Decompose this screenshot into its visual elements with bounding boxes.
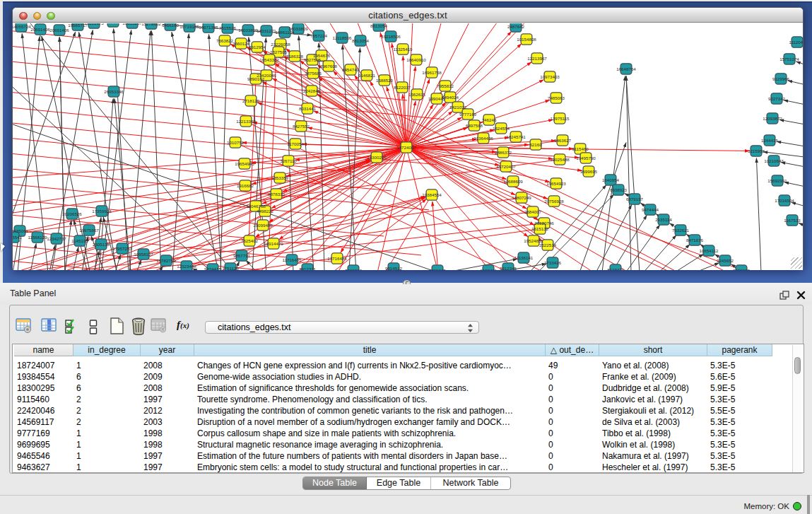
svg-text:16648764: 16648764 (616, 66, 636, 71)
svg-text:2718120: 2718120 (242, 98, 260, 103)
svg-text:21059214: 21059214 (103, 23, 123, 24)
svg-text:1954676: 1954676 (313, 53, 331, 58)
svg-text:15692991: 15692991 (767, 178, 787, 183)
svg-text:8031441: 8031441 (299, 106, 317, 111)
svg-text:1640954: 1640954 (602, 177, 620, 182)
svg-text:7955812: 7955812 (437, 83, 454, 88)
svg-text:10958107: 10958107 (134, 252, 153, 257)
svg-text:2684007: 2684007 (524, 209, 542, 214)
svg-text:9314512: 9314512 (385, 266, 403, 270)
svg-text:45720407: 45720407 (496, 164, 516, 169)
svg-text:3875685: 3875685 (305, 71, 322, 76)
svg-text:7663822: 7663822 (216, 38, 234, 43)
svg-text:8211345: 8211345 (429, 268, 446, 270)
svg-text:19654945: 19654945 (235, 161, 254, 166)
svg-text:20691406: 20691406 (49, 28, 69, 33)
svg-text:8912954: 8912954 (249, 45, 266, 49)
svg-text:6466160: 6466160 (162, 23, 180, 28)
svg-text:23226058: 23226058 (271, 42, 290, 47)
svg-text:3267110: 3267110 (280, 158, 297, 163)
svg-text:9327505: 9327505 (304, 57, 322, 62)
svg-text:16543362: 16543362 (259, 57, 279, 62)
svg-text:7041213: 7041213 (345, 268, 363, 270)
svg-text:7751123: 7751123 (222, 266, 239, 270)
svg-text:20756928: 20756928 (544, 199, 564, 204)
svg-text:10688609: 10688609 (503, 179, 523, 184)
svg-text:16033809: 16033809 (288, 26, 308, 31)
svg-text:10025488: 10025488 (550, 157, 570, 162)
svg-text:10973403: 10973403 (540, 74, 560, 79)
svg-text:2327505: 2327505 (270, 49, 288, 54)
svg-text:16961758: 16961758 (422, 70, 442, 75)
svg-text:9699695: 9699695 (580, 169, 598, 174)
svg-text:2242845: 2242845 (303, 88, 321, 93)
svg-text:8436620: 8436620 (733, 268, 751, 270)
svg-text:19654923: 19654923 (546, 181, 566, 186)
svg-text:18807249: 18807249 (512, 195, 531, 200)
svg-text:19495790: 19495790 (576, 156, 596, 160)
svg-text:9245652: 9245652 (717, 258, 734, 263)
svg-text:6879197: 6879197 (626, 197, 644, 201)
svg-text:20120746: 20120746 (534, 221, 554, 226)
svg-text:7857224: 7857224 (310, 33, 328, 38)
svg-text:12213369: 12213369 (236, 119, 256, 124)
svg-text:1421022: 1421022 (449, 105, 467, 110)
svg-text:9129966: 9129966 (772, 76, 790, 81)
svg-text:1145195: 1145195 (71, 238, 88, 243)
svg-text:9227342: 9227342 (768, 96, 786, 101)
svg-text:18640910: 18640910 (406, 57, 426, 62)
svg-text:15278602: 15278602 (141, 23, 161, 26)
svg-text:3660124: 3660124 (233, 41, 250, 46)
svg-text:1170054: 1170054 (287, 141, 304, 146)
svg-text:10653267: 10653267 (122, 23, 142, 25)
svg-text:1562615: 1562615 (408, 92, 426, 97)
svg-text:13975115: 13975115 (550, 116, 570, 121)
svg-text:16033809: 16033809 (238, 28, 258, 33)
svg-text:8186328: 8186328 (286, 54, 304, 59)
svg-text:8813054: 8813054 (370, 23, 388, 28)
svg-text:11716485: 11716485 (282, 257, 302, 262)
svg-text:8813054: 8813054 (352, 38, 370, 43)
svg-text:1435061: 1435061 (13, 228, 29, 233)
svg-text:19975867: 19975867 (79, 228, 99, 233)
svg-text:19099489: 19099489 (253, 223, 273, 228)
svg-text:11568129: 11568129 (28, 235, 47, 240)
svg-text:23420046: 23420046 (257, 73, 276, 78)
svg-text:20691406: 20691406 (30, 27, 50, 32)
svg-text:15751074: 15751074 (779, 57, 799, 62)
svg-text:18331271: 18331271 (257, 28, 276, 33)
svg-text:13716485: 13716485 (327, 256, 347, 261)
svg-text:16914479: 16914479 (264, 241, 283, 246)
svg-text:1733426: 1733426 (544, 260, 562, 265)
svg-text:9146821: 9146821 (358, 73, 376, 78)
svg-text:1353359: 1353359 (271, 175, 289, 180)
svg-text:2522514: 2522514 (539, 243, 557, 247)
svg-text:6123411: 6123411 (480, 268, 497, 270)
svg-text:10719185: 10719185 (180, 24, 199, 29)
svg-text:12093872: 12093872 (763, 116, 782, 121)
svg-text:8122037: 8122037 (394, 85, 411, 90)
svg-text:9912345: 9912345 (500, 266, 517, 270)
svg-text:3215958: 3215958 (748, 148, 765, 153)
svg-text:2935114: 2935114 (655, 217, 672, 222)
svg-text:10046788: 10046788 (246, 204, 266, 209)
svg-text:17016504: 17016504 (775, 198, 794, 203)
svg-text:11136141: 11136141 (514, 255, 534, 260)
svg-text:11325419: 11325419 (393, 47, 413, 52)
svg-text:1010752: 1010752 (227, 140, 245, 145)
svg-text:18300295: 18300295 (367, 155, 387, 160)
svg-text:18245741: 18245741 (506, 134, 526, 139)
svg-text:14055724: 14055724 (13, 24, 31, 29)
svg-text:26053346: 26053346 (104, 89, 124, 94)
svg-text:1112045: 1112045 (789, 40, 803, 45)
svg-text:1916682: 1916682 (237, 183, 254, 188)
svg-text:9115460: 9115460 (572, 146, 589, 151)
svg-text:12323448: 12323448 (177, 264, 196, 269)
svg-text:1244415: 1244415 (761, 138, 779, 143)
svg-text:8427552: 8427552 (293, 124, 310, 129)
svg-text:12118506: 12118506 (332, 35, 352, 40)
svg-text:20331975: 20331975 (84, 23, 104, 25)
svg-text:2505135: 2505135 (93, 242, 110, 247)
svg-text:4498222: 4498222 (257, 209, 274, 214)
svg-text:12213967: 12213967 (527, 56, 547, 61)
